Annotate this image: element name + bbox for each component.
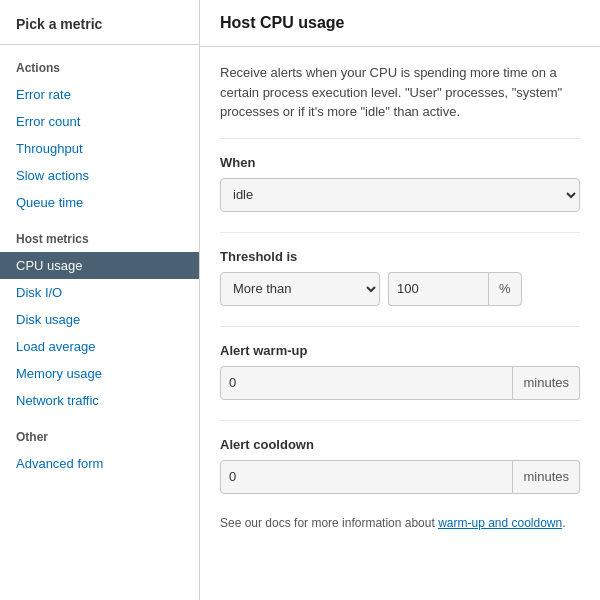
sidebar-section-other: Other [0, 414, 199, 450]
sidebar-item-error-count[interactable]: Error count [0, 108, 199, 135]
sidebar-item-disk-usage[interactable]: Disk usage [0, 306, 199, 333]
main-body: Receive alerts when your CPU is spending… [200, 47, 600, 600]
divider-3 [220, 420, 580, 421]
metric-description: Receive alerts when your CPU is spending… [220, 63, 580, 139]
cooldown-field-group: Alert cooldown minutes [220, 437, 580, 494]
cooldown-input-wrapper: minutes [220, 460, 580, 494]
sidebar-section-host-metrics: Host metrics [0, 216, 199, 252]
sidebar-item-disk-io[interactable]: Disk I/O [0, 279, 199, 306]
sidebar-item-load-average[interactable]: Load average [0, 333, 199, 360]
divider-1 [220, 232, 580, 233]
threshold-label: Threshold is [220, 249, 580, 264]
docs-note: See our docs for more information about … [220, 514, 580, 532]
threshold-field-group: Threshold is More than Less than Equal t… [220, 249, 580, 306]
sidebar: Pick a metric Actions Error rate Error c… [0, 0, 200, 600]
warmup-unit: minutes [513, 366, 580, 400]
sidebar-item-memory-usage[interactable]: Memory usage [0, 360, 199, 387]
app-layout: Pick a metric Actions Error rate Error c… [0, 0, 600, 600]
sidebar-header: Pick a metric [0, 0, 199, 45]
sidebar-item-slow-actions[interactable]: Slow actions [0, 162, 199, 189]
warmup-input-wrapper: minutes [220, 366, 580, 400]
cooldown-value-input[interactable] [220, 460, 513, 494]
warmup-value-input[interactable] [220, 366, 513, 400]
warmup-label: Alert warm-up [220, 343, 580, 358]
when-select[interactable]: idle user system wait steal [220, 178, 580, 212]
sidebar-item-queue-time[interactable]: Queue time [0, 189, 199, 216]
main-content: Host CPU usage Receive alerts when your … [200, 0, 600, 600]
threshold-value-wrapper: % [388, 272, 522, 306]
sidebar-item-error-rate[interactable]: Error rate [0, 81, 199, 108]
warmup-field-group: Alert warm-up minutes [220, 343, 580, 400]
docs-link[interactable]: warm-up and cooldown [438, 516, 562, 530]
sidebar-section-actions: Actions [0, 45, 199, 81]
cooldown-label: Alert cooldown [220, 437, 580, 452]
when-field-group: When idle user system wait steal [220, 155, 580, 212]
docs-note-end: . [562, 516, 565, 530]
threshold-unit: % [488, 272, 522, 306]
cooldown-unit: minutes [513, 460, 580, 494]
sidebar-item-cpu-usage[interactable]: CPU usage [0, 252, 199, 279]
threshold-value-input[interactable] [388, 272, 488, 306]
sidebar-item-advanced-form[interactable]: Advanced form [0, 450, 199, 477]
threshold-row: More than Less than Equal to % [220, 272, 580, 306]
divider-2 [220, 326, 580, 327]
threshold-comparator-select[interactable]: More than Less than Equal to [220, 272, 380, 306]
page-title: Host CPU usage [200, 0, 600, 47]
sidebar-item-throughput[interactable]: Throughput [0, 135, 199, 162]
sidebar-item-network-traffic[interactable]: Network traffic [0, 387, 199, 414]
docs-note-text: See our docs for more information about [220, 516, 438, 530]
when-label: When [220, 155, 580, 170]
